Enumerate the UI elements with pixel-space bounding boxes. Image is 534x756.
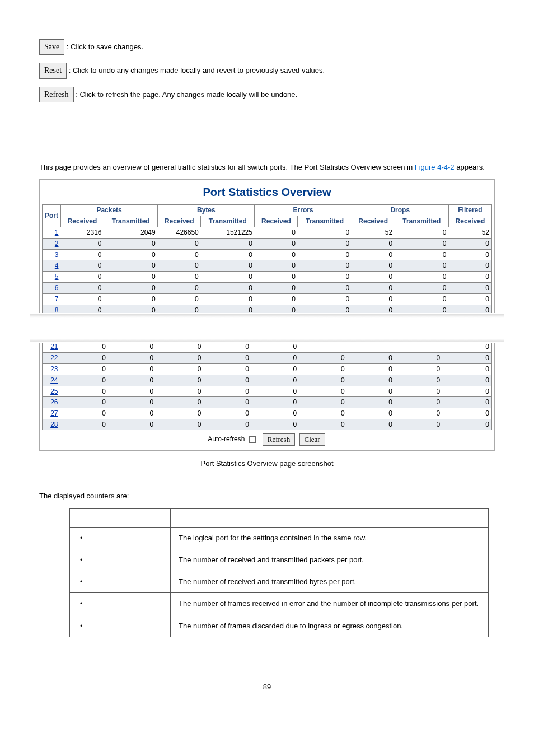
port-link[interactable]: 3	[43, 249, 61, 260]
stat-cell: 0	[108, 363, 156, 375]
reset-desc: : Click to undo any changes made locally…	[69, 66, 325, 74]
stat-cell: 0	[255, 260, 298, 272]
port-link[interactable]: 8	[43, 305, 61, 315]
counters-heading: The displayed counters are:	[39, 491, 495, 501]
stat-cell: 0	[158, 305, 201, 315]
stat-cell: 0	[299, 353, 346, 364]
port-link[interactable]: 1	[43, 227, 61, 238]
stat-cell: 0	[204, 375, 251, 386]
stat-cell: 0	[156, 342, 203, 353]
table-row: 23000000000	[43, 363, 492, 375]
save-desc: : Click to save changes.	[67, 43, 143, 51]
counters-header-desc	[171, 508, 489, 527]
refresh-line: Refresh : Click to refresh the page. Any…	[39, 87, 495, 102]
stat-cell: 0	[255, 293, 298, 305]
save-line: Save : Click to save changes.	[39, 39, 495, 55]
port-link[interactable]: 4	[43, 260, 61, 272]
save-button[interactable]: Save	[39, 39, 64, 55]
stat-cell: 0	[104, 260, 158, 272]
stat-cell: 0	[108, 342, 156, 353]
col-drops-tx: Transmitted	[395, 216, 448, 227]
stat-cell: 0	[60, 342, 108, 353]
stat-cell: 0	[352, 272, 395, 283]
stat-cell: 0	[158, 282, 201, 293]
stat-cell: 0	[395, 408, 442, 419]
col-packets-tx: Transmitted	[104, 216, 158, 227]
stat-cell: 0	[352, 260, 395, 272]
port-link[interactable]: 5	[43, 272, 61, 283]
stat-cell: 0	[61, 282, 104, 293]
reset-line: Reset : Click to undo any changes made l…	[39, 63, 495, 78]
stat-cell: 0	[108, 386, 156, 397]
stat-cell: 0	[158, 249, 201, 260]
col-drops: Drops	[352, 205, 448, 216]
stat-cell: 0	[201, 260, 255, 272]
auto-refresh-checkbox[interactable]	[249, 436, 256, 443]
stat-cell: 0	[448, 249, 491, 260]
stat-cell: 0	[298, 260, 352, 272]
port-link[interactable]: 26	[43, 397, 60, 408]
port-link[interactable]: 24	[43, 375, 60, 386]
screenshot-refresh-button[interactable]: Refresh	[263, 433, 295, 446]
col-errors-rx: Received	[255, 216, 298, 227]
table-row: 6000000000	[43, 282, 492, 293]
port-link[interactable]: 7	[43, 293, 61, 305]
screenshot-clear-button[interactable]: Clear	[299, 433, 325, 446]
stat-cell: 0	[204, 408, 251, 419]
stat-cell: 0	[108, 397, 156, 408]
stat-cell: 1521225	[201, 227, 255, 238]
counter-row: The logical port for the settings contai…	[70, 527, 489, 549]
stat-cell: 0	[204, 386, 251, 397]
counter-row: The number of received and transmitted b…	[70, 571, 489, 593]
stat-cell: 0	[299, 375, 346, 386]
table-row: 21000000	[43, 342, 492, 353]
stat-cell: 52	[352, 227, 395, 238]
stat-cell: 0	[108, 353, 156, 364]
table-row: 7000000000	[43, 293, 492, 305]
stat-cell: 0	[61, 272, 104, 283]
stat-cell: 0	[104, 272, 158, 283]
stat-cell: 0	[299, 363, 346, 375]
stat-cell: 0	[395, 375, 442, 386]
col-errors-tx: Transmitted	[298, 216, 352, 227]
stats-table-bottom: 2100000022000000000230000000002400000000…	[42, 341, 492, 430]
paper-gap	[35, 313, 499, 343]
port-link[interactable]: 23	[43, 363, 60, 375]
stat-cell: 0	[60, 363, 108, 375]
stat-cell: 0	[442, 363, 491, 375]
counter-desc: The number of received and transmitted b…	[171, 571, 489, 593]
stat-cell: 0	[442, 375, 491, 386]
refresh-button[interactable]: Refresh	[39, 87, 74, 102]
col-bytes: Bytes	[158, 205, 255, 216]
port-link[interactable]: 22	[43, 353, 60, 364]
stat-cell: 0	[448, 305, 491, 315]
stat-cell: 0	[298, 293, 352, 305]
stat-cell: 0	[352, 305, 395, 315]
stat-cell: 0	[442, 386, 491, 397]
stat-cell: 0	[395, 397, 442, 408]
screenshot-title: Port Statistics Overview	[42, 184, 492, 200]
stat-cell: 0	[108, 375, 156, 386]
stat-cell: 0	[298, 305, 352, 315]
stat-cell: 426650	[158, 227, 201, 238]
stat-cell: 0	[298, 282, 352, 293]
port-link[interactable]: 2	[43, 238, 61, 249]
stat-cell: 0	[104, 293, 158, 305]
port-link[interactable]: 27	[43, 408, 60, 419]
stat-cell	[347, 342, 395, 353]
stat-cell: 0	[395, 386, 442, 397]
port-link[interactable]: 28	[43, 419, 60, 430]
figure-link[interactable]: Figure 4-4-2	[415, 163, 455, 171]
stat-cell: 0	[395, 353, 442, 364]
table-row: 25000000000	[43, 386, 492, 397]
port-link[interactable]: 6	[43, 282, 61, 293]
stat-cell: 0	[201, 249, 255, 260]
intro-before: This page provides an overview of genera…	[39, 163, 415, 171]
stat-cell	[299, 342, 346, 353]
port-link[interactable]: 21	[43, 342, 60, 353]
reset-button[interactable]: Reset	[39, 63, 67, 78]
stat-cell: 2316	[61, 227, 104, 238]
port-link[interactable]: 25	[43, 386, 60, 397]
counter-term	[70, 571, 171, 593]
stat-cell: 0	[442, 397, 491, 408]
